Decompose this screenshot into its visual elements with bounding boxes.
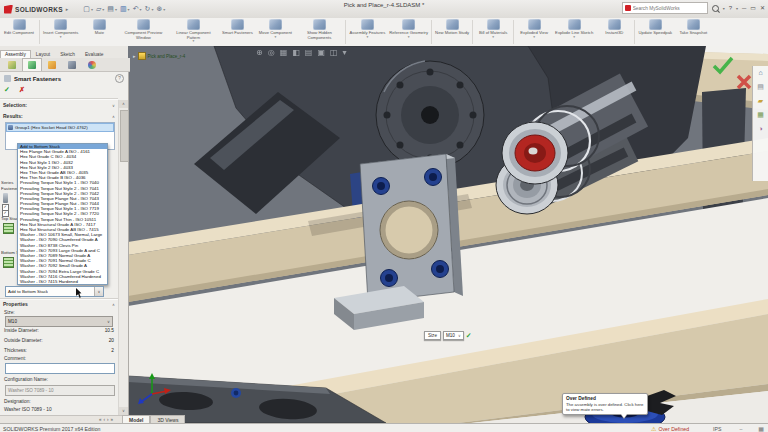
- assembly-features-button[interactable]: Assembly Features▾: [347, 18, 387, 46]
- exploded-view-button[interactable]: Exploded View▾: [515, 18, 553, 46]
- over-defined-tooltip[interactable]: Over Defined The assembly is over define…: [562, 393, 648, 415]
- close-button[interactable]: ✕: [760, 3, 765, 13]
- view-orientation-icon[interactable]: ▦: [280, 47, 288, 59]
- results-section-header[interactable]: Results: ∧: [3, 113, 115, 119]
- part-flange[interactable]: [376, 61, 484, 169]
- tab-nav-arrows[interactable]: « ‹ › »: [90, 415, 122, 423]
- solidworks-logo[interactable]: SOLIDWORKS ▸: [4, 5, 68, 14]
- chevron-up-icon[interactable]: ∧: [112, 114, 115, 119]
- tab-evaluate[interactable]: Evaluate: [80, 50, 109, 58]
- scroll-up-icon[interactable]: ∧: [119, 100, 128, 108]
- size-ok-icon[interactable]: ✓: [466, 332, 472, 340]
- tab-3d-views[interactable]: 3D Views: [150, 415, 185, 423]
- pm-cancel-button[interactable]: ✗: [19, 86, 25, 94]
- pm-help-icon[interactable]: ?: [115, 74, 124, 83]
- new-document-icon[interactable]: ▢▾: [82, 5, 94, 13]
- linear-component-pattern-button[interactable]: Linear Component Pattern▾: [168, 18, 218, 46]
- insert-components-button[interactable]: Insert Components▾: [41, 18, 80, 46]
- scroll-thumb[interactable]: [120, 110, 129, 162]
- size-combo-dropdown-icon[interactable]: ∨: [458, 333, 461, 338]
- scroll-down-icon[interactable]: ∨: [119, 407, 128, 415]
- task-pane-home-icon[interactable]: ⌂: [758, 69, 762, 77]
- search-icon[interactable]: [712, 5, 719, 12]
- show-hidden-components-button[interactable]: Show Hidden Components: [294, 18, 344, 46]
- display-manager-tab[interactable]: [82, 58, 102, 71]
- explode-line-sketch-button[interactable]: Explode Line Sketch▾: [553, 18, 595, 46]
- undo-icon[interactable]: ↶▾: [132, 5, 143, 13]
- task-pane-appearances-icon[interactable]: ▦: [757, 111, 764, 119]
- help-button[interactable]: ?: [729, 3, 732, 13]
- tab-sketch[interactable]: Sketch: [55, 50, 80, 58]
- move-component-button[interactable]: Move Component▾: [256, 18, 294, 46]
- menu-flyout-icon[interactable]: ▸: [66, 6, 69, 12]
- over-defined-status[interactable]: ⚠ Over Defined: [651, 425, 689, 432]
- minimize-button[interactable]: ─: [742, 3, 746, 13]
- update-speedpak-button[interactable]: Update Speedpak: [636, 18, 674, 46]
- reference-geometry-button[interactable]: Reference Geometry▾: [387, 18, 430, 46]
- property-manager-tab[interactable]: [22, 58, 42, 71]
- dropdown-option[interactable]: Washer - ISO 7094 Extra Large Grade C: [18, 269, 107, 274]
- rebuild-icon[interactable]: ↻▾: [144, 5, 155, 13]
- take-snapshot-button[interactable]: Take Snapshot: [674, 18, 712, 46]
- last-tab-icon[interactable]: »: [111, 417, 114, 422]
- flyout-feature-tree[interactable]: ▸ Pick and Place_r-4: [133, 52, 185, 60]
- prev-tab-icon[interactable]: ‹: [104, 417, 106, 422]
- selection-section-header[interactable]: Selection: ∨: [3, 102, 115, 108]
- size-flyout-combo[interactable]: M10 ∨: [443, 331, 464, 340]
- tab-model[interactable]: Model: [122, 415, 150, 423]
- task-pane-file-explorer-icon[interactable]: ▰: [758, 97, 763, 105]
- unit-system-label[interactable]: IPS: [713, 426, 721, 432]
- search-input[interactable]: Search MySolidWorks: [622, 2, 708, 14]
- fastener-type-dropdown[interactable]: Add to Bottom Stack Hex Flange Nut Grade…: [17, 143, 108, 285]
- bottom-stack-combo[interactable]: Add to Bottom Stack ∨: [5, 286, 104, 297]
- options-icon[interactable]: ⊛▾: [155, 5, 166, 13]
- tab-assembly[interactable]: Assembly: [0, 50, 31, 58]
- save-icon[interactable]: ▤▾: [106, 5, 118, 13]
- combo-dropdown-icon[interactable]: ∨: [107, 319, 112, 324]
- dropdown-option[interactable]: Prevailing Torque Nut Style 2 - ISO 7720: [18, 211, 107, 216]
- size-combo[interactable]: M10 ∨: [5, 316, 113, 327]
- next-tab-icon[interactable]: ›: [107, 417, 109, 422]
- hud-dropdown-icon[interactable]: ▾: [343, 47, 347, 59]
- comment-input[interactable]: [5, 363, 115, 374]
- task-pane-strip[interactable]: ⌂ ▤ ▰ ▦ ◑: [752, 66, 768, 181]
- instant3d-button[interactable]: Instant3D: [595, 18, 633, 46]
- heads-up-view-toolbar[interactable]: ⊕ ◎ ▦ ◧ ▤ ▣ ◫ ▾: [256, 47, 347, 59]
- mate-button[interactable]: Mate: [80, 18, 118, 46]
- task-pane-design-library-icon[interactable]: ▤: [757, 83, 764, 91]
- dropdown-option[interactable]: Washer - ISO 7415 Hardened: [18, 279, 107, 284]
- bill-of-materials-button[interactable]: Bill of Materials▾: [474, 18, 512, 46]
- open-icon[interactable]: ▱▾: [95, 5, 105, 13]
- tree-expand-icon[interactable]: ▸: [133, 53, 136, 59]
- dropdown-option[interactable]: Prevailing Torque Nut Style 1 - ISO 7040: [18, 180, 107, 185]
- edit-appearance-icon[interactable]: ▣: [317, 47, 325, 59]
- status-options-icon[interactable]: ▦: [758, 425, 764, 432]
- chevron-down-icon[interactable]: ∨: [112, 103, 115, 108]
- assembly-3d-scene[interactable]: [128, 46, 768, 423]
- dropdown-option[interactable]: Prevailing Torque Nut Style 2 - ISO 7041: [18, 186, 107, 191]
- first-tab-icon[interactable]: «: [99, 417, 102, 422]
- configuration-manager-tab[interactable]: [42, 58, 62, 71]
- tab-layout[interactable]: Layout: [31, 50, 55, 58]
- zoom-fit-icon[interactable]: ⊕: [256, 47, 263, 59]
- dimxpert-manager-tab[interactable]: [62, 58, 82, 71]
- dropdown-option[interactable]: Washer - ISO 7090 Chamfered Grade A: [18, 237, 107, 242]
- properties-section-header[interactable]: Properties ∧: [3, 301, 115, 307]
- feature-manager-tab[interactable]: [2, 58, 22, 71]
- chevron-up-icon[interactable]: ∧: [112, 302, 115, 307]
- search-dropdown-icon[interactable]: ▾: [723, 6, 725, 11]
- view-settings-icon[interactable]: ◫: [330, 47, 338, 59]
- edit-component-button[interactable]: Edit Component: [0, 18, 38, 46]
- pm-scrollbar[interactable]: ∧ ∨: [118, 100, 128, 415]
- part-mounting-plate[interactable]: [360, 154, 463, 302]
- display-style-icon[interactable]: ◧: [292, 47, 300, 59]
- result-group-item[interactable]: Group1 (Hex Socket Head ISO 4762): [6, 123, 114, 132]
- component-preview-window-button[interactable]: Component Preview Window: [118, 18, 168, 46]
- new-motion-study-button[interactable]: New Motion Study: [433, 18, 471, 46]
- restore-button[interactable]: ▭: [750, 3, 756, 13]
- hide-show-items-icon[interactable]: ▤: [305, 47, 313, 59]
- pm-ok-button[interactable]: ✓: [4, 86, 10, 94]
- print-icon[interactable]: ▥▾: [119, 5, 131, 13]
- combo-dropdown-icon[interactable]: ∨: [94, 287, 103, 296]
- zoom-area-icon[interactable]: ◎: [268, 47, 275, 59]
